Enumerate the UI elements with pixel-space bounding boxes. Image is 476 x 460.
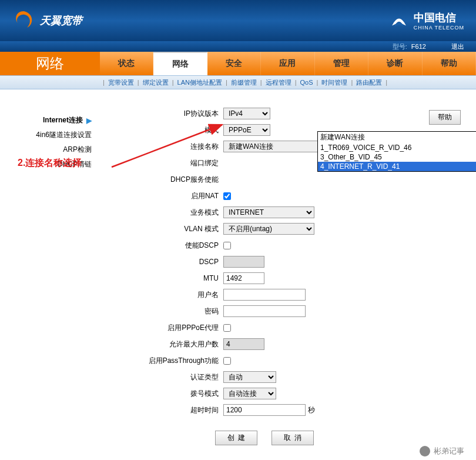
mtu-label: MTU	[106, 274, 223, 282]
nat-checkbox[interactable]	[223, 192, 231, 200]
arrow-right-icon: ▶	[86, 116, 92, 125]
timeout-input[interactable]	[223, 404, 306, 416]
passthrough-checkbox[interactable]	[223, 357, 231, 365]
vlan-select[interactable]: 不启用(untag)	[223, 223, 314, 235]
exit-link[interactable]: 退出	[451, 43, 464, 50]
subnav-item-1[interactable]: 绑定设置	[139, 78, 172, 87]
cancel-button[interactable]: 取消	[271, 431, 314, 445]
create-button[interactable]: 创建	[215, 431, 257, 445]
telecom-logo-icon	[389, 11, 409, 31]
ip-ver-label: IP协议版本	[106, 109, 223, 119]
auth-select[interactable]: 自动	[223, 371, 276, 383]
tianyi-logo-icon	[12, 9, 35, 32]
dhcp-enable-label: DHCP服务使能	[106, 175, 223, 185]
dscp-input[interactable]	[223, 256, 264, 268]
auth-label: 认证类型	[106, 372, 223, 382]
wechat-icon	[420, 446, 430, 456]
watermark: 彬弟记事	[420, 446, 464, 456]
dial-select[interactable]: 自动连接	[223, 388, 276, 399]
username-input[interactable]	[223, 289, 306, 301]
nat-label: 启用NAT	[106, 191, 223, 201]
pppoe-proxy-checkbox[interactable]	[223, 324, 231, 332]
conn-option-1[interactable]: 1_TR069_VOICE_R_VID_46	[318, 143, 476, 152]
maxuser-input[interactable]	[223, 338, 264, 350]
watermark-text: 彬弟记事	[434, 446, 464, 456]
nav-tab-0[interactable]: 状态	[100, 52, 153, 75]
brand-right: 中国电信 CHINA TELECOM	[389, 11, 464, 31]
pass-label: 密码	[106, 306, 223, 316]
pppoe-proxy-label: 启用PPPoE代理	[106, 323, 223, 333]
help-button[interactable]: 帮助	[429, 110, 461, 125]
conn-option-0[interactable]: 新建WAN连接	[318, 132, 476, 143]
mode-label: 模式	[106, 125, 223, 135]
sidebar-item-1[interactable]: 4in6隧道连接设置	[0, 128, 100, 142]
dscp-en-label: 使能DSCP	[106, 241, 223, 251]
sidebar-item-0[interactable]: Internet连接▶	[0, 113, 100, 128]
nav-tab-5[interactable]: 诊断	[368, 52, 422, 75]
bizmode-label: 业务模式	[106, 208, 223, 218]
subnav-item-7[interactable]: 路由配置	[353, 78, 386, 87]
passthrough-label: 启用PassThrough功能	[106, 356, 223, 366]
nav-tab-4[interactable]: 管理	[315, 52, 368, 75]
nav-tab-6[interactable]: 帮助	[423, 52, 476, 75]
user-label: 用户名	[106, 290, 223, 300]
brand-left: 天翼宽带	[12, 9, 82, 32]
dscp-label: DSCP	[106, 258, 223, 266]
subnav-item-5[interactable]: QoS	[297, 79, 317, 86]
timeout-label: 超时时间	[106, 405, 223, 415]
model-bar: 型号: F612 退出	[0, 41, 476, 52]
conn-label: 连接名称	[106, 142, 223, 152]
main-area: Internet连接▶4in6隧道连接设置ARP检测DHCP清链 2.连接名称选…	[0, 89, 476, 460]
footer-buttons: 创建 取消	[106, 420, 423, 459]
sidebar: Internet连接▶4in6隧道连接设置ARP检测DHCP清链	[0, 89, 100, 460]
password-input[interactable]	[223, 305, 306, 317]
portbind-label: 端口绑定	[106, 158, 223, 168]
subnav-item-6[interactable]: 时间管理	[318, 78, 351, 87]
page-title: 网络	[0, 52, 100, 75]
nav-tab-2[interactable]: 安全	[207, 52, 261, 75]
header: 天翼宽带 中国电信 CHINA TELECOM	[0, 0, 476, 41]
subnav-item-4[interactable]: 远程管理	[262, 78, 295, 87]
mtu-input[interactable]	[223, 272, 264, 284]
subnav-item-2[interactable]: LAN侧地址配置	[174, 78, 226, 87]
vlan-label: VLAN 模式	[106, 224, 223, 234]
conn-option-2[interactable]: 3_Other_B_VID_45	[318, 152, 476, 162]
mode-select[interactable]: PPPoE	[223, 124, 270, 136]
nav-tab-1[interactable]: 网络	[153, 52, 207, 75]
brand-right-cn: 中国电信	[414, 11, 464, 25]
brand-right-en: CHINA TELECOM	[414, 25, 464, 31]
subnav-item-0[interactable]: 宽带设置	[105, 78, 138, 87]
brand-left-text: 天翼宽带	[40, 14, 82, 28]
bizmode-select[interactable]: INTERNET	[223, 206, 314, 218]
annotation-text: 2.连接名称选择	[18, 157, 82, 169]
nav-tab-3[interactable]: 应用	[261, 52, 314, 75]
conn-name-dropdown[interactable]: 新建WAN连接1_TR069_VOICE_R_VID_463_Other_B_V…	[317, 131, 476, 172]
model-label: 型号:	[393, 43, 407, 50]
dscp-en-checkbox[interactable]	[223, 242, 231, 249]
conn-option-3[interactable]: 4_INTERNET_R_VID_41	[318, 162, 476, 171]
nav-row: 网络 状态网络安全应用管理诊断帮助	[0, 52, 476, 75]
maxuser-label: 允许最大用户数	[106, 339, 223, 349]
dial-label: 拨号模式	[106, 389, 223, 399]
model-value: F612	[411, 43, 426, 50]
ip-ver-select[interactable]: IPv4	[223, 108, 270, 119]
subnav-item-3[interactable]: 前缀管理	[227, 78, 260, 87]
nav-tabs: 状态网络安全应用管理诊断帮助	[100, 52, 476, 75]
content: 2.连接名称选择 IP协议版本IPv4 模式PPPoE 连接名称新建WAN连接 …	[100, 89, 429, 460]
subnav: | 宽带设置 | 绑定设置 | LAN侧地址配置 | 前缀管理 | 远程管理 |…	[0, 75, 476, 89]
timeout-unit: 秒	[308, 405, 315, 415]
sidebar-item-2[interactable]: ARP检测	[0, 142, 100, 157]
